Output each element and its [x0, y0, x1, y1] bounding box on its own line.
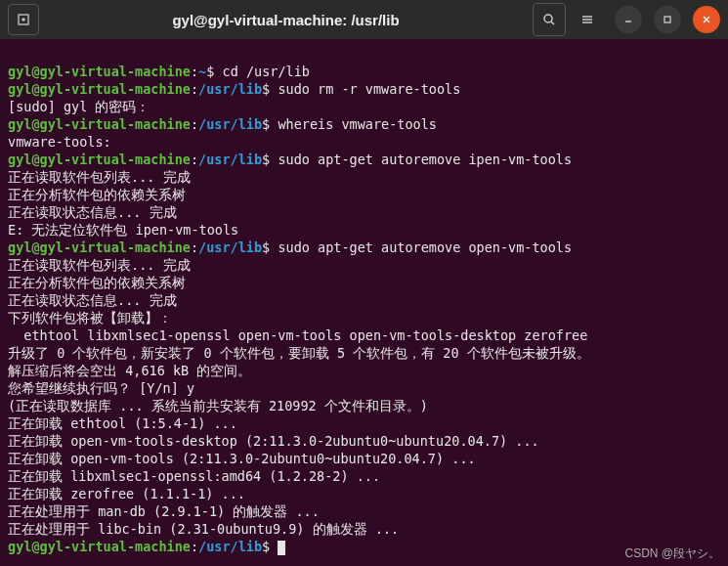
output-line: [sudo] gyl 的密码： — [8, 99, 150, 114]
minimize-button[interactable] — [615, 6, 642, 33]
cmd-text: whereis vmware-tools — [278, 116, 437, 132]
cursor — [278, 541, 285, 555]
output-line: 正在卸载 zerofree (1.1.1-1) ... — [8, 486, 245, 501]
output-line: 正在处理用于 libc-bin (2.31-0ubuntu9.9) 的触发器 .… — [8, 521, 399, 537]
svg-point-3 — [544, 15, 552, 22]
svg-line-4 — [551, 22, 554, 24]
output-line: 解压缩后将会空出 4,616 kB 的空间。 — [8, 363, 251, 378]
menu-button[interactable] — [572, 4, 603, 35]
output-line: (正在读取数据库 ... 系统当前共安装有 210992 个文件和目录。) — [8, 398, 428, 414]
output-line: 正在卸载 ethtool (1:5.4-1) ... — [8, 415, 237, 431]
window-title: gyl@gyl-virtual-machine: /usr/lib — [49, 12, 523, 28]
output-line: 正在分析软件包的依赖关系树 — [8, 187, 186, 202]
cmd-text: sudo rm -r vmware-tools — [278, 81, 460, 97]
svg-rect-9 — [664, 17, 670, 22]
output-line: 正在卸载 open-vm-tools-desktop (2:11.3.0-2ub… — [8, 433, 539, 449]
output-line: 升级了 0 个软件包，新安装了 0 个软件包，要卸载 5 个软件包，有 20 个… — [8, 345, 590, 361]
output-line: vmware-tools: — [8, 134, 111, 150]
cmd-text: sudo apt-get autoremove ipen-vm-tools — [278, 152, 572, 167]
cmd-text: cd /usr/lib — [223, 64, 310, 79]
output-line: 正在处理用于 man-db (2.9.1-1) 的触发器 ... — [8, 503, 320, 519]
window-titlebar: gyl@gyl-virtual-machine: /usr/lib — [0, 0, 728, 39]
output-line: 正在分析软件包的依赖关系树 — [8, 275, 186, 290]
output-line: 下列软件包将被【卸载】： — [8, 310, 172, 326]
maximize-button[interactable] — [654, 6, 681, 33]
output-line: ethtool libxmlsec1-openssl open-vm-tools… — [8, 327, 587, 343]
output-line: 正在卸载 libxmlsec1-openssl:amd64 (1.2.28-2)… — [8, 468, 380, 484]
close-button[interactable] — [693, 6, 720, 33]
search-button[interactable] — [533, 3, 566, 36]
output-line: 您希望继续执行吗？ [Y/n] y — [8, 380, 194, 396]
output-line: E: 无法定位软件包 ipen-vm-tools — [8, 222, 238, 238]
cmd-text: sudo apt-get autoremove open-vm-tools — [278, 239, 572, 255]
output-line: 正在读取状态信息... 完成 — [8, 204, 177, 220]
terminal[interactable]: gyl@gyl-virtual-machine:~$ cd /usr/lib g… — [0, 39, 728, 566]
watermark: CSDN @段ヤシ。 — [624, 545, 720, 562]
output-line: 正在读取状态信息... 完成 — [8, 292, 177, 308]
output-line: 正在读取软件包列表... 完成 — [8, 257, 191, 273]
output-line: 正在卸载 open-vm-tools (2:11.3.0-2ubuntu0~ub… — [8, 451, 476, 466]
new-tab-button[interactable] — [8, 4, 39, 35]
output-line: 正在读取软件包列表... 完成 — [8, 169, 191, 185]
prompt-path: ~ — [198, 64, 206, 79]
prompt-user: gyl@gyl-virtual-machine — [8, 64, 191, 79]
